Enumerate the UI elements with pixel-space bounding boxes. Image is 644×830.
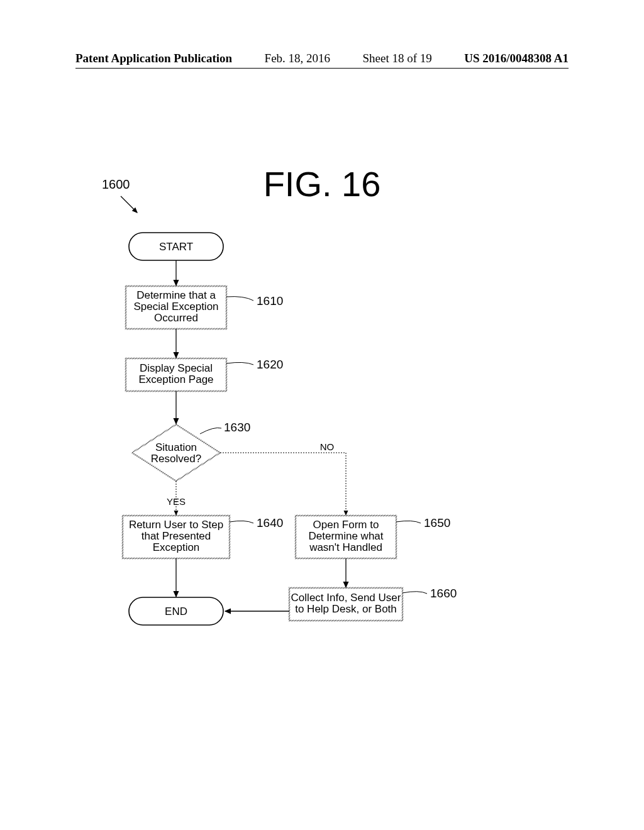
svg-text:Determine that a: Determine that a [136,289,216,301]
svg-text:Exception: Exception [153,541,200,553]
ref-1660: 1660 [430,587,457,600]
ref-1610: 1610 [257,294,283,307]
svg-line-0 [121,196,137,213]
svg-text:Resolved?: Resolved? [151,453,201,465]
node-end: END [129,597,223,625]
figure-overall-ref: 1600 [102,177,130,192]
svg-text:that Presented: that Presented [142,530,211,542]
ref-1640: 1640 [257,516,283,529]
svg-text:to Help Desk, or Both: to Help Desk, or Both [295,603,397,615]
svg-text:Return User to Step: Return User to Step [129,519,223,531]
ref-1630: 1630 [224,421,250,434]
svg-text:wasn't Handled: wasn't Handled [309,541,382,553]
publication-label: Patent Application Publication [75,52,232,65]
node-1620: Display Special Exception Page [126,358,226,391]
svg-text:Display Special: Display Special [140,362,213,374]
patent-number: US 2016/0048308 A1 [464,52,569,65]
ref-1650: 1650 [424,516,450,529]
sheet-number: Sheet 18 of 19 [363,52,432,65]
svg-text:Special Exception: Special Exception [133,301,218,313]
end-label: END [165,606,187,617]
node-1640: Return User to Step that Presented Excep… [123,516,230,558]
publication-date: Feb. 18, 2016 [265,52,331,65]
header-rule [75,68,569,69]
start-label: START [159,241,193,253]
svg-text:Open Form to: Open Form to [313,519,379,531]
ref-arrow-1600 [118,194,145,220]
node-1650: Open Form to Determine what wasn't Handl… [296,516,396,558]
flowchart: START Determine that a Special Exception… [75,226,553,667]
no-label: NO [320,441,335,452]
ref-1620: 1620 [257,358,283,371]
svg-text:Collect Info, Send User: Collect Info, Send User [291,592,401,604]
svg-text:Exception Page: Exception Page [138,374,213,385]
svg-text:Determine what: Determine what [308,530,383,542]
node-start: START [129,233,223,260]
svg-text:Situation: Situation [155,441,197,453]
node-1610: Determine that a Special Exception Occur… [126,286,226,329]
node-1660: Collect Info, Send User to Help Desk, or… [289,588,402,621]
page-header: Patent Application Publication Feb. 18, … [0,52,644,65]
yes-label: YES [167,496,186,507]
node-1630: Situation Resolved? [132,424,220,481]
svg-text:Occurred: Occurred [154,312,198,324]
figure-title: FIG. 16 [0,163,644,204]
